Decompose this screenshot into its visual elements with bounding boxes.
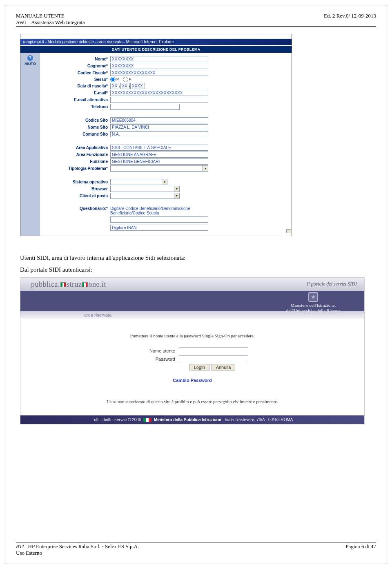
select-client-posta[interactable] (110, 193, 180, 199)
scrollbar-stub[interactable] (286, 229, 291, 233)
radio-m-label: M (116, 77, 120, 81)
select-so[interactable] (110, 179, 167, 185)
portal-crest: ★ Ministero dell'Istruzione, dell'Univer… (270, 292, 356, 313)
footer-rti-prefix: RTI (16, 543, 24, 549)
input-codice-sito[interactable] (110, 117, 208, 123)
label-browser: Browser (42, 187, 110, 191)
input-telefono[interactable] (110, 104, 180, 110)
help-icon[interactable]: ? (27, 55, 33, 61)
input-nome-sito[interactable] (110, 124, 208, 130)
help-sidebar: ? AIUTO (20, 53, 40, 236)
questionario-line2: Beneficiario/Codice Scuola (110, 211, 216, 215)
input-nome[interactable] (110, 56, 208, 62)
document-page: MANUALE UTENTE AWI – Assistenza Web Inte… (5, 5, 387, 564)
footer-rti-rest: : HP Enterprise Services Italia S.r.l. -… (24, 543, 139, 549)
footer-address: - Viale Trastevere, 76/A - 00153 ROMA (221, 417, 293, 422)
flag-icon (60, 282, 66, 287)
cancel-button[interactable]: Annulla (212, 364, 236, 370)
label-email-alt: E-mail alternativa (42, 98, 110, 102)
paragraph-1: Utenti SIDI, area di lavoro interna all'… (20, 253, 376, 263)
input-codice-fiscale[interactable] (110, 70, 208, 76)
login-block: Immettere il nome utente e la password S… (20, 319, 364, 415)
input-password[interactable] (179, 355, 248, 362)
portal-header: pubblica.struzone.it Il portale dei serv… (20, 278, 364, 319)
label-telefono: Telefono (42, 105, 110, 109)
label-questionario: Questionario:* (42, 206, 110, 211)
window-title: rampi.mpi.it - Modulo gestione richieste… (20, 39, 292, 45)
form-section-title: DATI UTENTE E DESCRIZIONE DEL PROBLEMA (20, 46, 292, 53)
chevron-down-icon[interactable]: ▾ (174, 186, 179, 192)
label-nome: Nome* (42, 57, 110, 61)
footer-copyright: Tutti i diritti riservati © 2006 (92, 417, 141, 422)
flag-icon (82, 282, 88, 287)
paragraph-2: Dal portale SIDI autenticarsi: (20, 265, 376, 274)
body-text: Utenti SIDI, area di lavoro interna all'… (20, 253, 376, 274)
portal-footer: Tutti i diritti riservati © 2006 Ministe… (20, 415, 364, 424)
label-email: E-mail* (42, 91, 110, 95)
input-email-alt[interactable] (110, 97, 208, 103)
input-comune-sito[interactable] (110, 131, 208, 137)
label-comune-sito: Comune Sito (42, 132, 110, 136)
questionario-iban: Digitare IBAN (110, 225, 208, 231)
input-dob-day[interactable] (110, 83, 119, 89)
label-codice-fiscale: Codice Fiscale* (42, 71, 110, 75)
footer-page-number: Pagina 6 di 47 (345, 543, 376, 556)
footer-brand: Ministero della Pubblica Istruzione (154, 417, 221, 422)
portal-tagline: Il portale dei servizi SIDI (307, 281, 357, 287)
select-tipologia[interactable] (110, 165, 208, 172)
label-sistema-operativo: Sistema operativo (42, 180, 110, 184)
label-cognome: Cognome* (42, 64, 110, 68)
label-sesso: Sesso* (42, 77, 110, 82)
questionario-line1: Digitare Codice Beneficiario/Denominazio… (110, 206, 216, 211)
area-riservata-label: area riservata (84, 312, 111, 317)
label-area-funzionale: Area Funzionale (42, 152, 110, 157)
input-email[interactable] (110, 90, 208, 96)
page-header: MANUALE UTENTE AWI – Assistenza Web Inte… (16, 13, 376, 27)
form-fields: Nome* Cognome* Codice Fiscale* Sesso* M … (40, 53, 292, 236)
login-instruction: Immettere il nome utente e la password S… (20, 333, 364, 338)
page-footer: RTI : HP Enterprise Services Italia S.r.… (16, 542, 376, 556)
login-warning: L'uso non autorizzato di questo sito è p… (20, 399, 364, 404)
label-password: Password (136, 357, 175, 361)
label-nome-sito: Nome Sito (42, 125, 110, 129)
header-edition: Ed. 2 Rev.0/ 12-09-2013 (324, 13, 376, 19)
input-cognome[interactable] (110, 63, 208, 69)
chevron-down-icon[interactable]: ▾ (203, 166, 208, 171)
input-dob-month[interactable] (120, 83, 129, 89)
label-data-nascita: Data di nascita* (42, 84, 110, 88)
input-area-applicativa[interactable] (110, 145, 208, 151)
change-password-link[interactable]: Cambio Password (20, 378, 364, 383)
label-codice-sito: Codice Sito (42, 118, 110, 123)
select-browser[interactable] (110, 186, 180, 192)
header-title-1: MANUALE UTENTE (16, 13, 85, 19)
screenshot-login: pubblica.struzone.it Il portale dei serv… (20, 277, 365, 424)
input-questionario-1[interactable] (110, 216, 208, 223)
label-client-posta: Client di posta (42, 194, 110, 198)
label-area-applicativa: Area Applicativa (42, 145, 110, 150)
input-username[interactable] (179, 347, 248, 354)
radio-m[interactable] (110, 77, 116, 82)
flag-icon (143, 418, 151, 422)
radio-f-label: F (129, 77, 131, 81)
crest-line1: Ministero dell'Istruzione, (291, 303, 336, 308)
emblem-icon: ★ (308, 292, 318, 302)
footer-line2: Uso Esterno (16, 550, 139, 556)
input-dob-year[interactable] (130, 83, 145, 89)
header-title-2: AWI – Assistenza Web Integrata (16, 19, 85, 26)
help-label[interactable]: AIUTO (22, 62, 38, 66)
portal-logo: pubblica.struzone.it (31, 280, 106, 289)
label-funzione: Funzione (42, 159, 110, 164)
screenshot-form: rampi.mpi.it - Modulo gestione richieste… (20, 34, 292, 236)
label-tipologia: Tipologia Problema* (42, 166, 110, 171)
chevron-down-icon[interactable]: ▾ (162, 179, 167, 185)
ie-menu-stub (20, 34, 292, 38)
chevron-down-icon[interactable]: ▾ (174, 193, 179, 199)
input-area-funzionale[interactable] (110, 152, 208, 158)
label-username: Nome utente (136, 348, 175, 353)
login-button[interactable]: Login (189, 364, 209, 370)
radio-f[interactable] (123, 77, 128, 82)
input-funzione[interactable] (110, 158, 208, 165)
